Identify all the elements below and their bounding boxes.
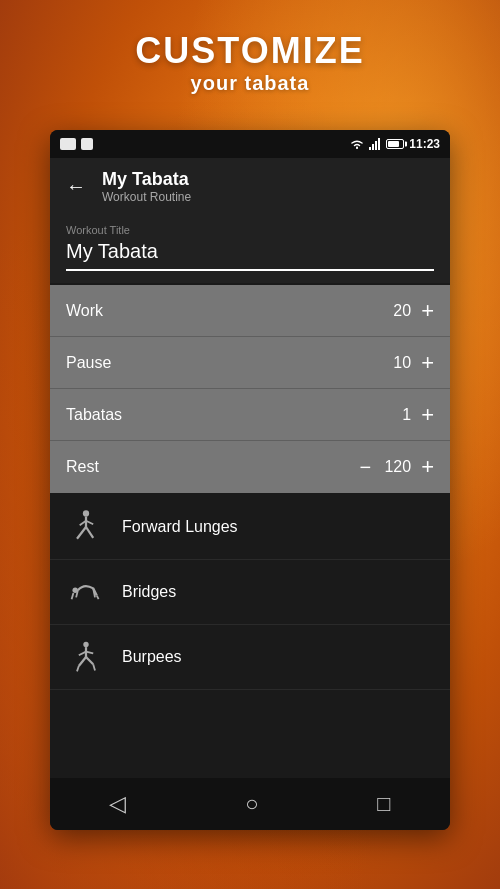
- setting-controls-rest: − 120 +: [359, 454, 434, 480]
- svg-rect-4: [378, 138, 380, 150]
- battery-icon: [386, 139, 404, 149]
- exercise-icon-burpees: [66, 637, 106, 677]
- setting-minus-rest[interactable]: −: [359, 456, 371, 479]
- header-section: CUSTOMIZE your tabata: [0, 30, 500, 95]
- status-left-icons: [60, 138, 93, 150]
- setting-plus-pause[interactable]: +: [421, 350, 434, 376]
- notification-icon-1: [60, 138, 76, 150]
- setting-label-rest: Rest: [66, 458, 99, 476]
- status-time: 11:23: [409, 137, 440, 151]
- settings-section: Work 20 + Pause 10 + Tabatas 1 + Rest −: [50, 285, 450, 493]
- svg-line-8: [86, 527, 93, 538]
- svg-line-13: [97, 596, 99, 600]
- exercise-row-bridges[interactable]: Bridges: [50, 560, 450, 625]
- setting-row-rest: Rest − 120 +: [50, 441, 450, 493]
- svg-line-18: [79, 657, 86, 666]
- setting-value-tabatas: 1: [381, 406, 411, 424]
- svg-line-14: [72, 593, 74, 599]
- exercise-row-forward-lunges[interactable]: Forward Lunges: [50, 495, 450, 560]
- setting-plus-rest[interactable]: +: [421, 454, 434, 480]
- exercise-name-bridges: Bridges: [122, 583, 176, 601]
- phone-screen: 11:23 ← My Tabata Workout Routine Workou…: [50, 130, 450, 830]
- nav-home-button[interactable]: ○: [245, 791, 258, 817]
- svg-rect-3: [375, 141, 377, 150]
- status-right-icons: 11:23: [350, 137, 440, 151]
- setting-label-work: Work: [66, 302, 103, 320]
- svg-point-16: [83, 642, 88, 647]
- setting-value-rest: 120: [381, 458, 411, 476]
- setting-label-tabatas: Tabatas: [66, 406, 122, 424]
- exercise-section: Forward Lunges Bridges: [50, 495, 450, 690]
- setting-controls-pause: 10 +: [381, 350, 434, 376]
- wifi-icon: [350, 138, 364, 150]
- setting-row-work: Work 20 +: [50, 285, 450, 337]
- setting-plus-work[interactable]: +: [421, 298, 434, 324]
- svg-rect-1: [369, 147, 371, 150]
- setting-label-pause: Pause: [66, 354, 111, 372]
- exercise-icon-forward-lunges: [66, 507, 106, 547]
- status-bar: 11:23: [50, 130, 450, 158]
- exercise-name-forward-lunges: Forward Lunges: [122, 518, 238, 536]
- svg-line-7: [77, 527, 86, 539]
- setting-row-pause: Pause 10 +: [50, 337, 450, 389]
- nav-recent-button[interactable]: □: [377, 791, 390, 817]
- workout-title-section: Workout Title My Tabata: [50, 214, 450, 283]
- main-title: CUSTOMIZE: [0, 30, 500, 72]
- exercise-row-burpees[interactable]: Burpees: [50, 625, 450, 690]
- svg-point-0: [356, 147, 358, 149]
- exercise-name-burpees: Burpees: [122, 648, 182, 666]
- setting-value-pause: 10: [381, 354, 411, 372]
- main-subtitle: your tabata: [0, 72, 500, 95]
- notification-icon-2: [81, 138, 93, 150]
- setting-plus-tabatas[interactable]: +: [421, 402, 434, 428]
- setting-controls-work: 20 +: [381, 298, 434, 324]
- app-bar-subtitle: Workout Routine: [102, 190, 191, 204]
- svg-rect-2: [372, 144, 374, 150]
- svg-line-20: [77, 666, 79, 671]
- workout-title-input[interactable]: My Tabata: [66, 240, 434, 271]
- svg-line-19: [86, 657, 93, 664]
- svg-point-5: [83, 510, 89, 516]
- signal-icon: [369, 138, 381, 150]
- app-bar: ← My Tabata Workout Routine: [50, 158, 450, 214]
- exercise-icon-bridges: [66, 572, 106, 612]
- nav-back-button[interactable]: ◁: [109, 791, 126, 817]
- svg-line-21: [93, 664, 95, 670]
- nav-bar: ◁ ○ □: [50, 778, 450, 830]
- workout-label: Workout Title: [66, 224, 434, 236]
- app-bar-titles: My Tabata Workout Routine: [102, 169, 191, 204]
- setting-controls-tabatas: 1 +: [381, 402, 434, 428]
- back-button[interactable]: ←: [66, 175, 86, 198]
- setting-row-tabatas: Tabatas 1 +: [50, 389, 450, 441]
- setting-value-work: 20: [381, 302, 411, 320]
- app-bar-title: My Tabata: [102, 169, 191, 190]
